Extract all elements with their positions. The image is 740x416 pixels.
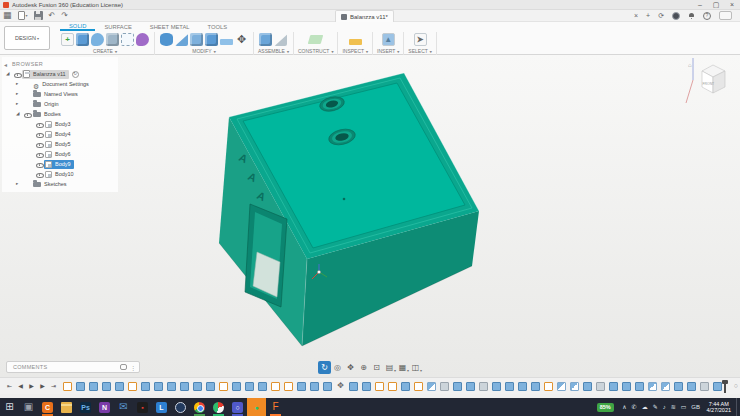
move-copy-icon[interactable]: ✥ [235,33,248,46]
play-button[interactable]: ▶ [26,383,37,389]
fillet-icon[interactable] [175,33,188,46]
new-component-icon[interactable] [259,33,272,46]
timeline-feature-icon[interactable] [622,382,631,391]
timeline-feature-icon[interactable] [388,382,397,391]
look-at-icon[interactable]: ◎ ▾ [331,361,344,374]
visibility-eye-icon[interactable] [13,70,22,78]
timeline-feature-icon[interactable] [115,382,124,391]
timeline-feature-icon[interactable] [518,382,527,391]
grid-settings-icon[interactable]: ▦ ▾ [396,361,409,374]
viewport[interactable]: A A A [0,55,740,377]
ribbon-tab[interactable]: SURFACE [95,22,140,31]
timeline-feature-icon[interactable] [245,382,254,391]
redo-button[interactable]: ↷ [61,12,68,20]
timeline-feature-icon[interactable] [76,382,85,391]
tree-item[interactable]: Named Views [4,89,118,99]
revolve-icon[interactable] [106,33,119,46]
ribbon-group-dropdown[interactable]: CREATE ▾ [93,47,117,55]
orbit-icon[interactable]: ↻ ▾ [318,361,331,374]
form-icon[interactable] [91,33,104,46]
tree-item[interactable]: Body6 [4,149,118,159]
timeline-feature-icon[interactable] [63,382,72,391]
hidden-icons-chevron[interactable]: ∧ [622,404,626,410]
app-ps[interactable]: Ps [76,398,95,416]
timeline-feature-icon[interactable] [271,382,280,391]
display-settings-icon[interactable]: ▤ ▾ [383,361,396,374]
pan-icon[interactable]: ✥ ▾ [344,361,357,374]
visibility-eye-icon[interactable] [35,140,44,148]
timeline-feature-icon[interactable] [180,382,189,391]
app-l[interactable]: L [152,398,171,416]
tree-expand-arrow[interactable] [16,82,23,87]
new-document-tab-icon[interactable]: + [646,12,650,19]
comments-bar[interactable]: COMMENTS ⋮ [6,361,140,373]
tree-expand-arrow[interactable] [16,92,23,97]
visibility-eye-icon[interactable] [35,160,44,168]
comments-more-icon[interactable]: ⋮ [130,364,136,371]
timeline-feature-icon[interactable] [141,382,150,391]
tree-item[interactable]: Body10 [4,169,118,179]
tree-item[interactable]: Document Settings [4,79,118,89]
app-video[interactable]: ▪ [133,398,152,416]
box-icon[interactable] [76,33,89,46]
close-button[interactable]: × [724,0,740,9]
extensions-button[interactable] [719,11,732,20]
shell-icon[interactable] [190,33,203,46]
timeline-end-marker[interactable]: ○ [734,382,738,389]
battery-percentage-badge[interactable]: 85% [597,403,614,412]
help-button[interactable]: ? [703,12,711,20]
timeline-feature-icon[interactable] [635,382,644,391]
viewports-icon[interactable]: ◫ ▾ [409,361,422,374]
timeline-feature-icon[interactable] [427,382,436,391]
volume-icon[interactable]: ♪ [663,404,666,410]
ribbon-group-dropdown[interactable]: ASSEMBLE ▾ [258,47,289,55]
visibility-eye-icon[interactable] [35,120,44,128]
press-pull-icon[interactable] [160,33,173,46]
timeline-feature-icon[interactable] [349,382,358,391]
timeline-feature-icon[interactable] [193,382,202,391]
create-sketch-icon[interactable]: + [61,33,74,46]
ribbon-group-dropdown[interactable]: MODIFY ▾ [192,47,215,55]
timeline-feature-icon[interactable] [700,382,709,391]
app-fusion[interactable]: F [266,398,285,416]
job-status-icon[interactable]: ⟳ [658,12,664,19]
language-indicator[interactable]: GB [691,404,700,410]
timeline-feature-icon[interactable] [479,382,488,391]
timeline-feature-icon[interactable] [414,382,423,391]
browser-root-item[interactable]: Balanzza v11 ↻ [4,69,118,79]
save-button[interactable] [34,11,43,20]
tree-expand-arrow[interactable] [16,182,23,187]
timeline-feature-icon[interactable] [375,382,384,391]
timeline-feature-icon[interactable] [492,382,501,391]
go-to-start-button[interactable]: ⇤ [4,383,15,389]
ribbon-group-dropdown[interactable]: INSERT ▾ [377,47,399,55]
file-menu-button[interactable]: ▾ [18,11,28,20]
timeline-playhead[interactable] [724,380,726,393]
joint-icon[interactable] [274,33,287,46]
timeline-feature-icon[interactable] [713,382,722,391]
tree-item[interactable]: Origin [4,99,118,109]
onedrive-cloud-icon[interactable]: ☁ [642,404,648,410]
battery-icon[interactable]: ▭ [681,404,687,410]
timeline-feature-icon[interactable] [401,382,410,391]
workspace-selector[interactable]: DESIGN ▾ [4,26,50,50]
tree-item[interactable]: Body9 [4,159,118,169]
visibility-eye-icon[interactable] [35,130,44,138]
step-forward-button[interactable]: ▶ [37,383,48,389]
timeline-feature-icon[interactable] [570,382,579,391]
timeline-feature-icon[interactable] [687,382,696,391]
app-round-dark[interactable] [171,398,190,416]
taskbar-clock[interactable]: 7:44 AM 4/27/2021 [707,401,731,414]
offset-face-icon[interactable] [220,39,233,45]
timeline-feature-icon[interactable] [362,382,371,391]
timeline-feature-icon[interactable] [440,382,449,391]
model-body[interactable]: A A A [219,73,479,346]
tree-item[interactable]: Sketches [4,179,118,189]
app-mail[interactable]: ✉ [114,398,133,416]
ribbon-group-dropdown[interactable]: SELECT ▾ [408,47,431,55]
tree-item[interactable]: Body3 [4,119,118,129]
timeline-feature-icon[interactable] [505,382,514,391]
tree-expand-arrow[interactable] [16,112,23,117]
tree-item[interactable]: Body4 [4,129,118,139]
construct-plane-icon[interactable] [308,35,324,44]
